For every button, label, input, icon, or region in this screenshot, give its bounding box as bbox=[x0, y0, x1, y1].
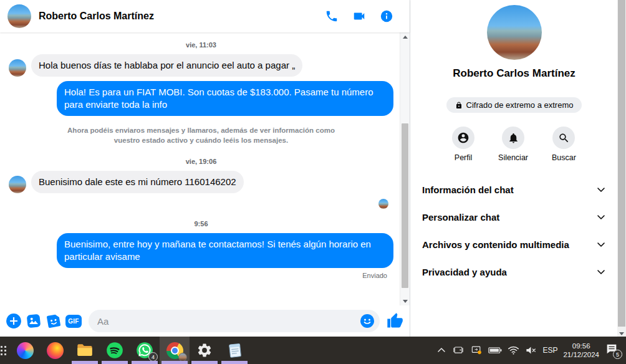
clock[interactable]: 09:56 21/12/2024 bbox=[563, 342, 599, 359]
mute-action-label: Silenciar bbox=[498, 153, 528, 162]
encryption-badge-label: Cifrado de extremo a extremo bbox=[466, 100, 574, 110]
wifi-icon[interactable] bbox=[508, 345, 519, 355]
section-privacy-help[interactable]: Privacidad y ayuda bbox=[422, 258, 606, 285]
contact-avatar[interactable] bbox=[7, 4, 31, 28]
incoming-message-row: Hola buenos días te hablaba por el anunc… bbox=[9, 54, 393, 77]
chrome-profile-overlay bbox=[178, 353, 187, 362]
timestamp-divider: 9:56 bbox=[9, 220, 393, 228]
system-tray: ESP 09:56 21/12/2024 5 bbox=[436, 337, 626, 364]
gear-icon bbox=[196, 342, 213, 358]
message-list: vie, 11:03 Hola buenos días te hablaba p… bbox=[0, 32, 410, 305]
taskbar-settings-icon[interactable] bbox=[190, 337, 219, 364]
chat-scrollbar[interactable] bbox=[400, 32, 410, 305]
emoji-icon[interactable] bbox=[360, 314, 375, 328]
sticker-icon[interactable] bbox=[46, 313, 62, 329]
profile-action-button[interactable]: Perfil bbox=[452, 127, 474, 162]
timestamp-divider: vie, 11:03 bbox=[9, 41, 393, 49]
battery-icon[interactable] bbox=[488, 345, 502, 355]
running-indicator bbox=[161, 361, 188, 364]
virtual-camera-tray-icon[interactable] bbox=[452, 345, 465, 356]
timestamp-divider: vie, 19:06 bbox=[9, 158, 393, 165]
chevron-down-icon bbox=[596, 267, 606, 277]
system-notice: Ahora podéis enviaros mensajes y llamaro… bbox=[55, 125, 348, 145]
seen-receipt bbox=[9, 199, 393, 209]
sender-avatar[interactable] bbox=[9, 176, 26, 193]
chat-scrollbar-thumb[interactable] bbox=[402, 123, 408, 288]
running-indicator bbox=[132, 361, 158, 364]
encryption-badge[interactable]: Cifrado de extremo a extremo bbox=[446, 97, 582, 113]
outgoing-bubble[interactable]: Hola! Es para un FIAT MOBI. Son cuotas d… bbox=[57, 81, 393, 116]
clock-date: 21/12/2024 bbox=[563, 350, 599, 359]
seen-avatar bbox=[378, 199, 388, 209]
tray-expand-chevron-icon[interactable] bbox=[436, 345, 446, 355]
chevron-down-icon bbox=[596, 212, 606, 222]
chevron-down-icon bbox=[596, 239, 606, 249]
section-media-files[interactable]: Archivos y contenido multimedia bbox=[422, 231, 606, 258]
gif-label: GIF bbox=[65, 315, 82, 328]
section-label: Información del chat bbox=[422, 184, 514, 195]
mute-action-button[interactable]: Silenciar bbox=[498, 127, 528, 162]
sidebar-scroll-down-arrow[interactable] bbox=[617, 332, 626, 335]
message-input[interactable] bbox=[89, 310, 380, 332]
incoming-bubble[interactable]: Hola buenos días te hablaba por el anunc… bbox=[31, 54, 302, 77]
taskbar-file-explorer-icon[interactable] bbox=[70, 337, 100, 364]
spotify-icon bbox=[106, 342, 123, 359]
outgoing-message-row: Hola! Es para un FIAT MOBI. Son cuotas d… bbox=[9, 81, 393, 116]
message-input-wrap bbox=[89, 310, 380, 332]
info-icon[interactable] bbox=[380, 9, 393, 23]
sidebar-scrollbar-thumb[interactable] bbox=[618, 0, 625, 327]
outgoing-message-row: Buenisimo, entre hoy y mañana te contact… bbox=[9, 233, 393, 268]
running-indicator bbox=[221, 361, 248, 364]
taskbar-whatsapp-icon[interactable]: 4 bbox=[130, 337, 160, 364]
grid-icon bbox=[1, 346, 6, 355]
conversation-sidebar: Roberto Carlos Martínez Cifrado de extre… bbox=[411, 0, 626, 337]
taskbar-chrome-icon-active[interactable] bbox=[160, 337, 190, 364]
taskbar-notepad-icon[interactable] bbox=[219, 337, 249, 364]
chat-header: Roberto Carlos Martínez bbox=[0, 0, 410, 32]
search-action-button[interactable]: Buscar bbox=[552, 127, 576, 162]
phone-icon[interactable] bbox=[325, 9, 339, 23]
notification-center-button[interactable]: 5 bbox=[605, 342, 621, 358]
scroll-down-arrow[interactable] bbox=[400, 297, 410, 305]
lock-icon bbox=[455, 102, 463, 109]
gif-icon[interactable]: GIF bbox=[65, 313, 82, 329]
notepad-icon bbox=[226, 342, 243, 359]
taskbar-copilot-icon[interactable] bbox=[10, 337, 40, 364]
search-icon bbox=[558, 132, 570, 144]
update-pending-tray-icon[interactable] bbox=[470, 345, 483, 356]
person-icon bbox=[457, 132, 470, 144]
section-label: Archivos y contenido multimedia bbox=[422, 239, 569, 250]
thumb-up-icon[interactable] bbox=[386, 312, 403, 330]
attach-photo-icon[interactable] bbox=[26, 313, 42, 329]
scroll-up-arrow[interactable] bbox=[400, 32, 410, 41]
composer-bar: GIF bbox=[0, 305, 410, 337]
running-indicator bbox=[102, 361, 128, 364]
open-more-actions-icon[interactable] bbox=[6, 313, 22, 329]
sidebar-sections: Información del chat Personalizar chat A… bbox=[411, 176, 617, 285]
section-label: Personalizar chat bbox=[422, 212, 499, 223]
header-actions bbox=[325, 9, 401, 23]
notification-count-badge: 5 bbox=[613, 350, 622, 359]
sent-status: Enviado bbox=[9, 272, 393, 279]
clock-time: 09:56 bbox=[563, 342, 599, 350]
bell-icon bbox=[508, 132, 519, 144]
whatsapp-badge: 4 bbox=[148, 352, 158, 362]
section-chat-info[interactable]: Información del chat bbox=[422, 176, 606, 203]
profile-photo[interactable] bbox=[487, 5, 542, 60]
outgoing-bubble[interactable]: Buenisimo, entre hoy y mañana te contact… bbox=[57, 233, 393, 268]
windows-taskbar: 4 ESP bbox=[0, 337, 626, 364]
incoming-bubble[interactable]: Buenisimo dale este es mi número 1160146… bbox=[31, 171, 244, 193]
video-call-icon[interactable] bbox=[352, 9, 366, 23]
contact-name[interactable]: Roberto Carlos Martínez bbox=[39, 11, 154, 22]
sidebar-scrollbar[interactable] bbox=[617, 0, 626, 337]
sender-avatar[interactable] bbox=[9, 59, 26, 77]
taskbar-spotify-icon[interactable] bbox=[100, 337, 130, 364]
messenger-window: Roberto Carlos Martínez vie, 11:03 Hola … bbox=[0, 0, 626, 364]
volume-muted-icon[interactable] bbox=[525, 345, 537, 355]
section-customize-chat[interactable]: Personalizar chat bbox=[422, 203, 606, 231]
taskbar-start-partial-icon[interactable] bbox=[0, 337, 10, 364]
profile-action-label: Perfil bbox=[455, 153, 472, 162]
sidebar-actions: Perfil Silenciar Buscar bbox=[452, 127, 576, 162]
taskbar-firefox-icon[interactable] bbox=[40, 337, 70, 364]
language-indicator[interactable]: ESP bbox=[542, 346, 557, 355]
